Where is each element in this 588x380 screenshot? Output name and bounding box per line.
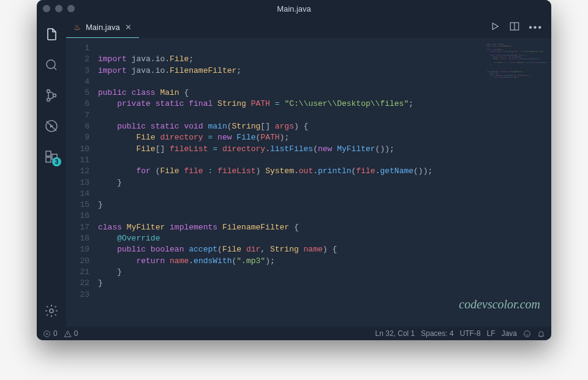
watermark: codevscolor.com <box>459 299 540 310</box>
source-control-icon[interactable] <box>43 87 60 104</box>
line-gutter: 1234567891011121314151617181920212223 <box>66 38 96 327</box>
status-feedback-icon[interactable] <box>523 330 531 338</box>
svg-point-11 <box>524 330 530 337</box>
code-editor[interactable]: 1234567891011121314151617181920212223 im… <box>66 38 551 327</box>
tab-main-java[interactable]: ♨ Main.java ✕ <box>66 17 139 38</box>
status-cursor[interactable]: Ln 32, Col 1 <box>375 329 415 338</box>
editor-area: ♨ Main.java ✕ ••• 1234567891011121314151… <box>66 17 551 327</box>
status-bell-icon[interactable] <box>537 330 545 338</box>
titlebar: Main.java <box>37 0 551 17</box>
close-window-icon[interactable] <box>43 5 50 12</box>
search-icon[interactable] <box>43 56 60 73</box>
status-language[interactable]: Java <box>502 329 517 338</box>
svg-point-2 <box>47 99 50 102</box>
svg-point-8 <box>50 309 53 313</box>
editor-window: Main.java 3 <box>37 0 551 340</box>
activity-bar: 3 <box>37 17 66 327</box>
status-warnings[interactable]: 0 <box>64 329 78 338</box>
status-errors[interactable]: 0 <box>43 329 58 338</box>
settings-gear-icon[interactable] <box>43 302 60 319</box>
minimap[interactable]: import java.io.File;import java.io.Filen… <box>486 42 548 81</box>
more-actions-icon[interactable]: ••• <box>529 22 543 33</box>
tab-close-icon[interactable]: ✕ <box>125 23 132 32</box>
svg-point-0 <box>47 60 55 69</box>
code-content[interactable]: import java.io.File;import java.io.Filen… <box>96 38 551 327</box>
status-encoding[interactable]: UTF-8 <box>460 329 481 338</box>
explorer-icon[interactable] <box>43 26 60 43</box>
extensions-icon[interactable]: 3 <box>43 148 60 165</box>
tab-bar: ♨ Main.java ✕ ••• <box>66 17 551 38</box>
status-bar: 0 0 Ln 32, Col 1 Spaces: 4 UTF-8 LF Java <box>37 327 551 340</box>
zoom-window-icon[interactable] <box>67 5 75 12</box>
window-controls <box>43 5 75 12</box>
split-editor-icon[interactable] <box>509 21 520 34</box>
status-eol[interactable]: LF <box>487 329 496 338</box>
extensions-badge: 3 <box>52 157 61 166</box>
window-title: Main.java <box>277 4 311 13</box>
debug-icon[interactable] <box>43 117 60 135</box>
status-indent[interactable]: Spaces: 4 <box>421 329 453 338</box>
java-file-icon: ♨ <box>74 23 81 32</box>
svg-point-1 <box>47 90 50 93</box>
svg-rect-6 <box>46 157 51 162</box>
svg-rect-5 <box>46 151 51 156</box>
editor-actions: ••• <box>489 17 551 38</box>
body: 3 ♨ Main.java ✕ ••• <box>37 17 551 327</box>
minimize-window-icon[interactable] <box>55 5 62 12</box>
run-icon[interactable] <box>489 21 500 34</box>
tab-filename: Main.java <box>86 23 120 32</box>
